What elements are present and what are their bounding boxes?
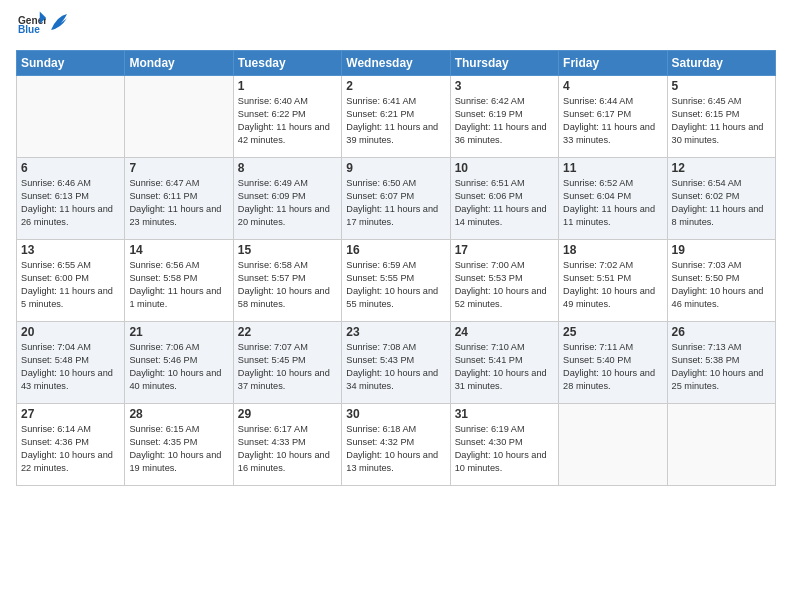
day-info: Sunrise: 6:47 AMSunset: 6:11 PMDaylight:… — [129, 177, 228, 229]
logo-bird-icon — [49, 12, 67, 34]
day-info: Sunrise: 7:02 AMSunset: 5:51 PMDaylight:… — [563, 259, 662, 311]
day-info: Sunrise: 6:18 AMSunset: 4:32 PMDaylight:… — [346, 423, 445, 475]
calendar-cell: 9Sunrise: 6:50 AMSunset: 6:07 PMDaylight… — [342, 158, 450, 240]
day-number: 23 — [346, 325, 445, 339]
day-number: 24 — [455, 325, 554, 339]
calendar-cell: 28Sunrise: 6:15 AMSunset: 4:35 PMDayligh… — [125, 404, 233, 486]
week-row-1: 1Sunrise: 6:40 AMSunset: 6:22 PMDaylight… — [17, 76, 776, 158]
calendar-cell: 10Sunrise: 6:51 AMSunset: 6:06 PMDayligh… — [450, 158, 558, 240]
day-info: Sunrise: 6:40 AMSunset: 6:22 PMDaylight:… — [238, 95, 337, 147]
calendar-cell: 2Sunrise: 6:41 AMSunset: 6:21 PMDaylight… — [342, 76, 450, 158]
day-info: Sunrise: 7:06 AMSunset: 5:46 PMDaylight:… — [129, 341, 228, 393]
day-info: Sunrise: 7:00 AMSunset: 5:53 PMDaylight:… — [455, 259, 554, 311]
calendar-cell: 19Sunrise: 7:03 AMSunset: 5:50 PMDayligh… — [667, 240, 775, 322]
logo: General Blue — [16, 10, 67, 42]
svg-text:Blue: Blue — [18, 24, 40, 35]
calendar-cell: 26Sunrise: 7:13 AMSunset: 5:38 PMDayligh… — [667, 322, 775, 404]
day-info: Sunrise: 6:41 AMSunset: 6:21 PMDaylight:… — [346, 95, 445, 147]
day-number: 9 — [346, 161, 445, 175]
day-number: 31 — [455, 407, 554, 421]
day-info: Sunrise: 6:54 AMSunset: 6:02 PMDaylight:… — [672, 177, 771, 229]
calendar-cell: 7Sunrise: 6:47 AMSunset: 6:11 PMDaylight… — [125, 158, 233, 240]
day-number: 14 — [129, 243, 228, 257]
day-info: Sunrise: 6:58 AMSunset: 5:57 PMDaylight:… — [238, 259, 337, 311]
calendar-cell: 13Sunrise: 6:55 AMSunset: 6:00 PMDayligh… — [17, 240, 125, 322]
calendar-cell — [667, 404, 775, 486]
day-number: 2 — [346, 79, 445, 93]
day-number: 28 — [129, 407, 228, 421]
day-number: 17 — [455, 243, 554, 257]
calendar-cell: 21Sunrise: 7:06 AMSunset: 5:46 PMDayligh… — [125, 322, 233, 404]
day-number: 12 — [672, 161, 771, 175]
calendar-cell: 27Sunrise: 6:14 AMSunset: 4:36 PMDayligh… — [17, 404, 125, 486]
day-number: 7 — [129, 161, 228, 175]
page: General Blue SundayMondayTuesdayWednesda… — [0, 0, 792, 612]
day-info: Sunrise: 6:44 AMSunset: 6:17 PMDaylight:… — [563, 95, 662, 147]
day-info: Sunrise: 6:15 AMSunset: 4:35 PMDaylight:… — [129, 423, 228, 475]
calendar-cell: 31Sunrise: 6:19 AMSunset: 4:30 PMDayligh… — [450, 404, 558, 486]
calendar-cell: 25Sunrise: 7:11 AMSunset: 5:40 PMDayligh… — [559, 322, 667, 404]
day-info: Sunrise: 7:11 AMSunset: 5:40 PMDaylight:… — [563, 341, 662, 393]
calendar-cell: 30Sunrise: 6:18 AMSunset: 4:32 PMDayligh… — [342, 404, 450, 486]
day-info: Sunrise: 6:17 AMSunset: 4:33 PMDaylight:… — [238, 423, 337, 475]
day-number: 13 — [21, 243, 120, 257]
day-number: 29 — [238, 407, 337, 421]
week-row-3: 13Sunrise: 6:55 AMSunset: 6:00 PMDayligh… — [17, 240, 776, 322]
weekday-header-wednesday: Wednesday — [342, 51, 450, 76]
day-info: Sunrise: 6:52 AMSunset: 6:04 PMDaylight:… — [563, 177, 662, 229]
week-row-4: 20Sunrise: 7:04 AMSunset: 5:48 PMDayligh… — [17, 322, 776, 404]
calendar-table: SundayMondayTuesdayWednesdayThursdayFrid… — [16, 50, 776, 486]
calendar-cell: 18Sunrise: 7:02 AMSunset: 5:51 PMDayligh… — [559, 240, 667, 322]
calendar-cell: 3Sunrise: 6:42 AMSunset: 6:19 PMDaylight… — [450, 76, 558, 158]
calendar-cell: 4Sunrise: 6:44 AMSunset: 6:17 PMDaylight… — [559, 76, 667, 158]
day-info: Sunrise: 6:50 AMSunset: 6:07 PMDaylight:… — [346, 177, 445, 229]
day-number: 8 — [238, 161, 337, 175]
calendar-cell: 29Sunrise: 6:17 AMSunset: 4:33 PMDayligh… — [233, 404, 341, 486]
day-number: 18 — [563, 243, 662, 257]
weekday-header-monday: Monday — [125, 51, 233, 76]
calendar-cell — [559, 404, 667, 486]
day-info: Sunrise: 7:10 AMSunset: 5:41 PMDaylight:… — [455, 341, 554, 393]
day-number: 16 — [346, 243, 445, 257]
calendar-cell: 8Sunrise: 6:49 AMSunset: 6:09 PMDaylight… — [233, 158, 341, 240]
day-info: Sunrise: 7:04 AMSunset: 5:48 PMDaylight:… — [21, 341, 120, 393]
day-number: 30 — [346, 407, 445, 421]
day-number: 26 — [672, 325, 771, 339]
weekday-header-saturday: Saturday — [667, 51, 775, 76]
calendar-cell: 1Sunrise: 6:40 AMSunset: 6:22 PMDaylight… — [233, 76, 341, 158]
day-info: Sunrise: 7:03 AMSunset: 5:50 PMDaylight:… — [672, 259, 771, 311]
day-info: Sunrise: 6:19 AMSunset: 4:30 PMDaylight:… — [455, 423, 554, 475]
day-info: Sunrise: 6:42 AMSunset: 6:19 PMDaylight:… — [455, 95, 554, 147]
calendar-cell: 11Sunrise: 6:52 AMSunset: 6:04 PMDayligh… — [559, 158, 667, 240]
day-number: 11 — [563, 161, 662, 175]
calendar-cell: 14Sunrise: 6:56 AMSunset: 5:58 PMDayligh… — [125, 240, 233, 322]
calendar-cell — [125, 76, 233, 158]
day-number: 10 — [455, 161, 554, 175]
weekday-header-row: SundayMondayTuesdayWednesdayThursdayFrid… — [17, 51, 776, 76]
week-row-5: 27Sunrise: 6:14 AMSunset: 4:36 PMDayligh… — [17, 404, 776, 486]
day-number: 1 — [238, 79, 337, 93]
calendar-cell: 23Sunrise: 7:08 AMSunset: 5:43 PMDayligh… — [342, 322, 450, 404]
day-info: Sunrise: 7:07 AMSunset: 5:45 PMDaylight:… — [238, 341, 337, 393]
day-number: 6 — [21, 161, 120, 175]
day-info: Sunrise: 6:14 AMSunset: 4:36 PMDaylight:… — [21, 423, 120, 475]
day-number: 20 — [21, 325, 120, 339]
day-number: 22 — [238, 325, 337, 339]
day-number: 25 — [563, 325, 662, 339]
day-number: 21 — [129, 325, 228, 339]
calendar-cell: 24Sunrise: 7:10 AMSunset: 5:41 PMDayligh… — [450, 322, 558, 404]
calendar-cell: 5Sunrise: 6:45 AMSunset: 6:15 PMDaylight… — [667, 76, 775, 158]
day-info: Sunrise: 6:56 AMSunset: 5:58 PMDaylight:… — [129, 259, 228, 311]
calendar-cell: 17Sunrise: 7:00 AMSunset: 5:53 PMDayligh… — [450, 240, 558, 322]
calendar-cell: 22Sunrise: 7:07 AMSunset: 5:45 PMDayligh… — [233, 322, 341, 404]
weekday-header-thursday: Thursday — [450, 51, 558, 76]
weekday-header-sunday: Sunday — [17, 51, 125, 76]
calendar-cell: 6Sunrise: 6:46 AMSunset: 6:13 PMDaylight… — [17, 158, 125, 240]
day-number: 3 — [455, 79, 554, 93]
day-info: Sunrise: 7:13 AMSunset: 5:38 PMDaylight:… — [672, 341, 771, 393]
day-number: 5 — [672, 79, 771, 93]
week-row-2: 6Sunrise: 6:46 AMSunset: 6:13 PMDaylight… — [17, 158, 776, 240]
calendar-cell: 16Sunrise: 6:59 AMSunset: 5:55 PMDayligh… — [342, 240, 450, 322]
calendar-cell — [17, 76, 125, 158]
day-info: Sunrise: 6:55 AMSunset: 6:00 PMDaylight:… — [21, 259, 120, 311]
